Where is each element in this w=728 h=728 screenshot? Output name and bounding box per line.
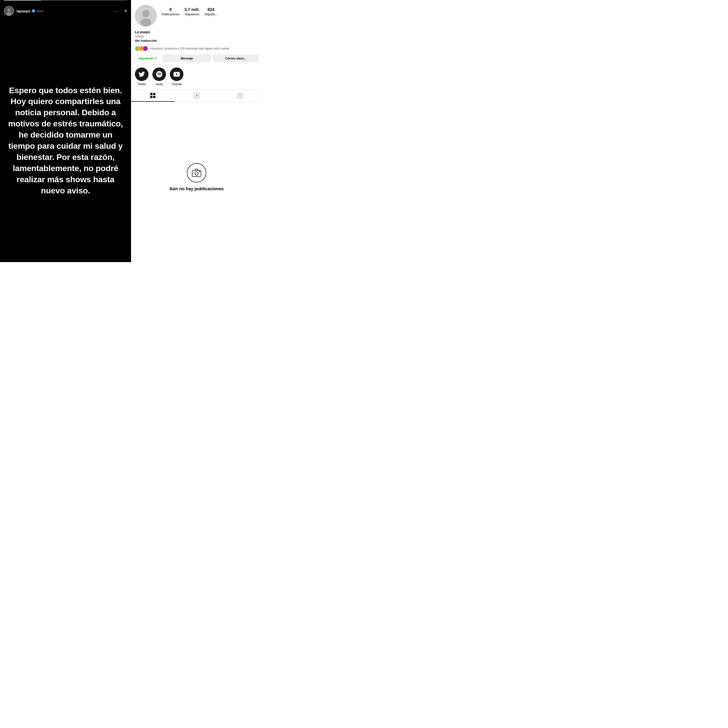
followers-count: 3,7 mill. [184,7,199,12]
spotify-icon [152,67,166,81]
tab-grid[interactable] [131,90,175,102]
social-link-spoty[interactable]: Spoty [152,67,166,86]
twitter-label: Twitter [138,83,146,86]
story-content: Espero que todos estén bien. Hoy quiero … [0,19,131,262]
profile-tabs [131,90,262,102]
svg-marker-11 [196,95,198,97]
following-chevron-icon: ∨ [155,57,157,60]
svg-rect-9 [153,96,155,98]
story-time: 3min [37,9,43,13]
story-close-button[interactable]: × [124,8,127,14]
profile-name: La joaqui [135,30,258,34]
profile-actions: Siguiendo ∨ Mensaje Correo elect... [131,54,262,66]
mutual-avatars [135,46,147,51]
story-user-info: lajoaqui ✓ 3min [17,9,112,13]
following-button[interactable]: Siguiendo ∨ [135,55,161,62]
empty-text: Aún no hay publicaciones [170,187,223,191]
stat-publications: 0 Publicaciones [162,7,180,16]
svg-point-15 [195,172,198,175]
story-more-button[interactable]: ··· [114,8,119,14]
stat-following: 824 Seguido... [204,7,217,16]
story-header: lajoaqui ✓ 3min ··· × [0,2,131,19]
profile-panel: 0 Publicaciones 3,7 mill. Seguidores 824… [131,0,262,262]
svg-rect-7 [153,93,155,95]
following-count: 824 [208,7,214,12]
story-header-actions: ··· × [114,8,127,14]
svg-point-1 [8,9,11,12]
publications-label: Publicaciones [162,12,180,16]
youtube-label: Youtube [171,83,182,86]
spoty-label: Spoty [156,83,163,86]
svg-point-13 [240,95,241,96]
svg-rect-12 [238,93,243,98]
profile-header: 0 Publicaciones 3,7 mill. Seguidores 824… [131,0,262,29]
story-avatar [4,6,14,16]
following-label: Siguiendo [139,57,154,60]
empty-camera-circle [187,163,206,182]
svg-point-2 [6,12,11,15]
mutual-avatar-3 [143,46,148,51]
followers-label: Seguidores [185,12,199,16]
story-progress-fill [4,0,41,0]
svg-rect-6 [150,93,152,95]
email-button[interactable]: Correo elect... [213,55,258,62]
twitter-icon [135,67,148,81]
story-text: Espero que todos estén bien. Hoy quiero … [7,85,124,196]
tab-tagged[interactable] [219,90,262,102]
story-username: lajoaqui [17,9,30,13]
profile-avatar [135,5,157,27]
profile-info: La joaqui Artista Ver traducción [131,29,262,44]
following-label: Seguido... [204,12,217,16]
story-verified-badge: ✓ [32,9,35,12]
message-button[interactable]: Mensaje [162,55,211,62]
mutual-text: mpusuna, lucianixxa y 128 personas más s… [148,47,229,50]
profile-bio: Artista [135,34,258,38]
svg-point-16 [199,171,200,172]
profile-empty: Aún no hay publicaciones [131,102,262,262]
story-progress-bar [4,0,127,0]
social-link-twitter[interactable]: Twitter [135,67,148,86]
profile-translation[interactable]: Ver traducción [135,39,258,43]
profile-mutual: mpusuna, lucianixxa y 128 personas más s… [131,44,262,54]
svg-rect-8 [150,96,152,98]
youtube-icon [170,67,184,81]
stat-followers: 3,7 mill. Seguidores [184,7,199,16]
publications-count: 0 [170,7,171,12]
story-panel: lajoaqui ✓ 3min ··· × Espero que todos e… [0,0,131,262]
social-links: Twitter Spoty Youtube [131,66,262,90]
tab-reels[interactable] [175,90,219,102]
profile-stats: 0 Publicaciones 3,7 mill. Seguidores 824… [162,5,258,16]
social-link-youtube[interactable]: Youtube [170,67,184,86]
svg-point-5 [141,18,151,26]
svg-point-4 [142,10,150,17]
